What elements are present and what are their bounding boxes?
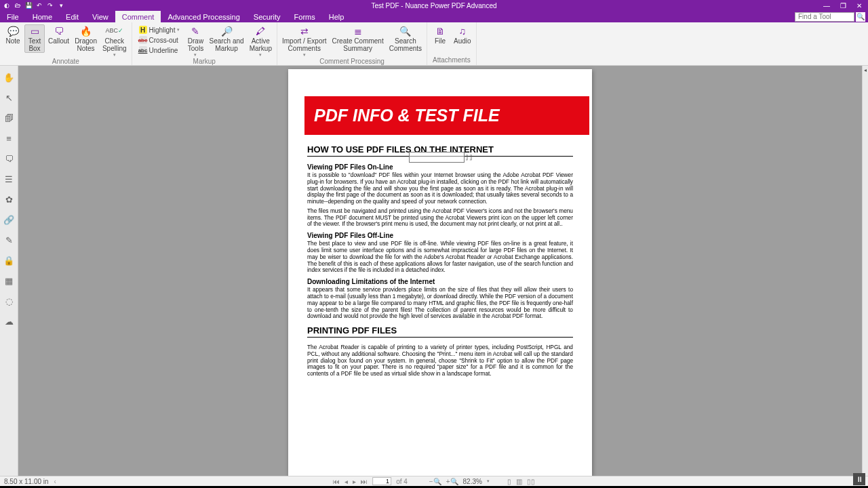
create-comment-summary-button[interactable]: ≣Create Comment Summary <box>330 24 386 53</box>
file-icon: 🗎 <box>433 25 447 37</box>
find-tool-search-icon[interactable]: 🔍 <box>856 12 865 22</box>
next-page-button[interactable]: ▸ <box>353 478 356 485</box>
text-box-button[interactable]: ▭Text Box <box>24 24 45 53</box>
ribbon: 💬Note ▭Text Box 🗨Callout 🔥Dragon Notes A… <box>0 22 868 66</box>
navigation-panel: ✋ ↖ 🗐 ≡ 🗨 ☰ ✿ 🔗 ✎ 🔒 ▦ ◌ ☁ <box>0 66 18 476</box>
workspace: ✋ ↖ 🗐 ≡ 🗨 ☰ ✿ 🔗 ✎ 🔒 ▦ ◌ ☁ PDF INFO & TES… <box>0 66 868 476</box>
import-export-icon: ⇄ <box>298 25 311 37</box>
status-collapse-icon[interactable]: ‹ <box>54 478 56 485</box>
highlight-icon: H <box>139 26 147 34</box>
signatures-panel-icon[interactable]: ✎ <box>3 234 15 246</box>
tab-help[interactable]: Help <box>322 11 351 22</box>
doc-para-offline: The best place to view and use PDF file … <box>307 241 573 274</box>
group-comment-processing-label: Comment Processing <box>277 58 427 65</box>
attach-audio-button[interactable]: ♫Audio <box>452 24 473 46</box>
dragon-notes-button[interactable]: 🔥Dragon Notes <box>73 24 99 53</box>
prev-page-button[interactable]: ◂ <box>344 478 348 485</box>
clouds-panel-icon[interactable]: ☁ <box>3 315 15 327</box>
abc-check-icon: ABC✓ <box>108 25 121 37</box>
page-size-label: 8.50 x 11.00 in <box>4 478 49 485</box>
find-tool-input[interactable] <box>795 12 854 22</box>
facing-view-button[interactable]: ▯▯ <box>527 478 535 485</box>
callout-button[interactable]: 🗨Callout <box>46 24 71 46</box>
active-markup-icon: 🖍 <box>254 25 267 37</box>
underline-button[interactable]: abcUnderline <box>138 45 182 55</box>
quick-access-toolbar: ◐ 🗁 💾 ↶ ↷ ▾ <box>0 1 65 9</box>
qat-dropdown-icon[interactable]: ▾ <box>57 1 65 9</box>
window-title: Test PDF - Nuance Power PDF Advanced <box>371 2 496 9</box>
page-number-input[interactable] <box>372 477 391 485</box>
doc-heading-online: Viewing PDF Files On-Line <box>307 163 573 171</box>
save-icon[interactable]: 💾 <box>24 1 33 9</box>
draw-icon: ✎ <box>189 25 202 37</box>
zoom-level-label: 82.3% <box>463 478 482 485</box>
document-canvas[interactable]: PDF INFO & TEST FILE HOW TO USE PDF FILE… <box>18 66 862 476</box>
search-comments-button[interactable]: 🔍Search Comments <box>387 24 424 53</box>
bookmarks-panel-icon[interactable]: ≡ <box>3 132 15 144</box>
doc-para-online1: It is possible to "download" PDF files w… <box>307 172 573 205</box>
draw-tools-button[interactable]: ✎Draw Tools▾ <box>185 24 205 58</box>
stamps-panel-icon[interactable]: ✿ <box>3 193 15 205</box>
maximize-button[interactable]: ❐ <box>838 2 848 9</box>
textbox-resize-handle-icon[interactable]: ⟧⟧ <box>465 154 473 161</box>
undo-icon[interactable]: ↶ <box>35 1 43 9</box>
textbox-icon: ▭ <box>28 25 41 37</box>
redo-icon[interactable]: ↷ <box>46 1 54 9</box>
tab-edit[interactable]: Edit <box>59 11 85 22</box>
tab-advanced-processing[interactable]: Advanced Processing <box>161 11 246 22</box>
zoom-in-button[interactable]: +🔍 <box>446 478 458 485</box>
attachments-panel-icon[interactable]: 🔗 <box>3 214 15 226</box>
status-bar: 8.50 x 11.00 in ‹ ⏮ ◂ ▸ ⏭ of 4 −🔍 +🔍 82.… <box>0 476 868 486</box>
doc-para-downloading: It appears that some service providers p… <box>307 287 573 320</box>
close-button[interactable]: ✕ <box>854 2 864 9</box>
doc-banner: PDF INFO & TEST FILE <box>304 96 589 135</box>
open-icon[interactable]: 🗁 <box>14 1 22 9</box>
security-panel-icon[interactable]: 🔒 <box>3 254 15 266</box>
text-box-annotation[interactable]: ⟧⟧ <box>409 152 465 163</box>
underline-icon: abc <box>139 46 147 54</box>
minimize-button[interactable]: — <box>822 2 831 9</box>
search-comments-icon: 🔍 <box>399 25 412 37</box>
search-markup-icon: 🔎 <box>220 25 233 37</box>
doc-para-online2: The files must be navigated and printed … <box>307 208 573 228</box>
forms-panel-icon[interactable]: ▦ <box>3 274 15 287</box>
doc-para-printing: The Acrobat Reader is capable of printin… <box>307 344 573 378</box>
group-annotate-label: Annotate <box>0 58 132 65</box>
check-spelling-button[interactable]: ABC✓Check Spelling▾ <box>100 24 129 58</box>
pause-overlay-button[interactable]: ⏸ <box>853 473 865 485</box>
zoom-out-button[interactable]: −🔍 <box>429 478 441 485</box>
tags-panel-icon[interactable]: ◌ <box>3 295 15 307</box>
doc-heading-offline: Viewing PDF Files Off-Line <box>307 232 573 239</box>
last-page-button[interactable]: ⏭ <box>361 478 368 485</box>
active-markup-button[interactable]: 🖍Active Markup▾ <box>248 24 274 58</box>
hand-tool-icon[interactable]: ✋ <box>3 71 15 83</box>
zoom-dropdown-icon[interactable]: ▾ <box>487 479 490 484</box>
tab-comment[interactable]: Comment <box>115 11 161 22</box>
highlight-button[interactable]: HHighlight▾ <box>138 25 182 35</box>
note-button[interactable]: 💬Note <box>3 24 23 46</box>
doc-heading-downloading: Downloading Limitations of the Internet <box>307 278 573 285</box>
page-navigation: ⏮ ◂ ▸ ⏭ of 4 −🔍 +🔍 82.3% ▾ ▯ ▥ ▯▯ <box>333 477 535 485</box>
comments-panel-icon[interactable]: 🗨 <box>3 152 15 165</box>
page-total-label: of 4 <box>396 478 408 485</box>
single-page-view-button[interactable]: ▯ <box>507 478 511 485</box>
pages-panel-icon[interactable]: 🗐 <box>3 112 15 124</box>
tab-home[interactable]: Home <box>26 11 59 22</box>
page-1: PDF INFO & TEST FILE HOW TO USE PDF FILE… <box>288 69 592 476</box>
attach-file-button[interactable]: 🗎File <box>430 24 450 46</box>
cross-out-button[interactable]: abcCross-out <box>138 35 182 45</box>
expand-panel-icon[interactable]: ◂ <box>863 66 868 73</box>
tab-forms[interactable]: Forms <box>288 11 322 22</box>
search-and-markup-button[interactable]: 🔎Search and Markup <box>207 24 245 53</box>
continuous-view-button[interactable]: ▥ <box>516 478 522 485</box>
select-tool-icon[interactable]: ↖ <box>3 92 15 104</box>
import-export-comments-button[interactable]: ⇄Import / Export Comments▾ <box>280 24 329 58</box>
tab-security[interactable]: Security <box>247 11 288 22</box>
tab-view[interactable]: View <box>85 11 115 22</box>
first-page-button[interactable]: ⏮ <box>333 478 340 485</box>
crossout-icon: abc <box>139 36 147 44</box>
ribbon-tabs: File Home Edit View Comment Advanced Pro… <box>0 11 868 22</box>
tab-file[interactable]: File <box>0 11 26 22</box>
layers-panel-icon[interactable]: ☰ <box>3 173 15 185</box>
app-menu-icon[interactable]: ◐ <box>3 1 11 9</box>
